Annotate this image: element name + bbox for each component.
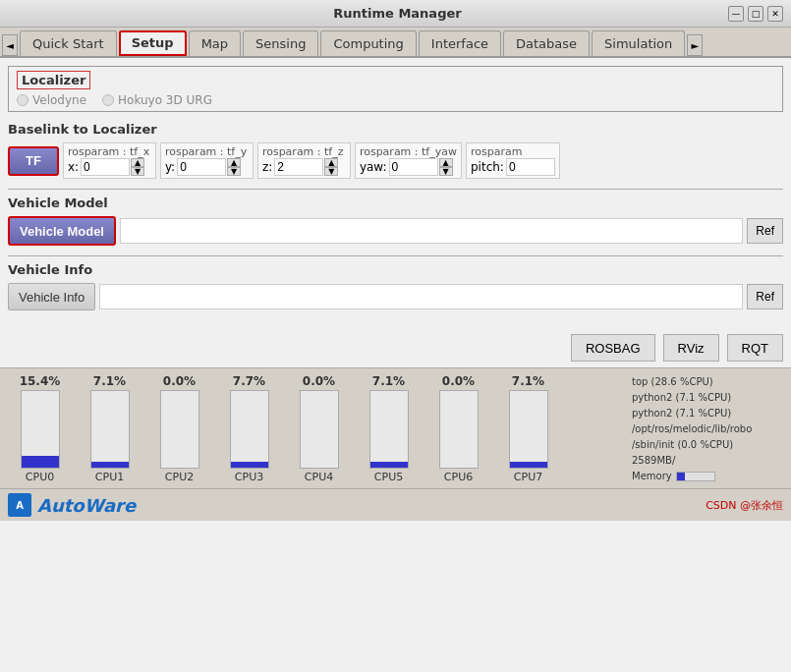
tab-quick-start[interactable]: Quick Start xyxy=(20,30,117,56)
radio-velodyne-circle xyxy=(17,94,28,106)
cpu-item-cpu6: 0.0%CPU6 xyxy=(426,374,490,484)
localizer-section: Localizer Velodyne Hokuyo 3D URG xyxy=(8,66,783,112)
tab-simulation[interactable]: Simulation xyxy=(592,30,685,56)
vehicle-info-title: Vehicle Info xyxy=(8,262,783,277)
autoware-text: AutoWare xyxy=(37,495,136,516)
param-axis-y: y: xyxy=(165,160,175,174)
param-input-pitch[interactable] xyxy=(506,158,555,176)
cpu-percent-cpu4: 0.0% xyxy=(303,374,335,388)
spin-down-yaw[interactable]: ▼ xyxy=(439,167,453,176)
memory-label2: Memory xyxy=(632,469,672,484)
vehicle-model-ref-button[interactable]: Ref xyxy=(747,218,783,244)
vehicle-info-ref-button[interactable]: Ref xyxy=(747,284,783,309)
vehicle-model-title: Vehicle Model xyxy=(8,196,783,210)
process-line-2: python2 (7.1 %CPU) xyxy=(632,390,783,406)
process-line-5: /sbin/init (0.0 %CPU) xyxy=(632,437,783,453)
autoware-icon: A xyxy=(8,493,31,517)
tab-nav-left[interactable]: ◄ xyxy=(2,34,18,56)
param-input-yaw[interactable] xyxy=(389,158,438,176)
cpu-percent-cpu5: 7.1% xyxy=(372,374,405,388)
cpu-bar-container-cpu7 xyxy=(509,390,548,469)
localizer-label: Localizer xyxy=(17,71,90,89)
cpu-item-cpu2: 0.0%CPU2 xyxy=(147,374,211,484)
cpu-bar-container-cpu0 xyxy=(21,390,60,469)
cpu-item-cpu1: 7.1%CPU1 xyxy=(78,374,141,484)
cpu-label-cpu7: CPU7 xyxy=(514,471,542,483)
cpu-bar-container-cpu5 xyxy=(369,390,409,469)
memory-fill xyxy=(677,473,685,480)
minimize-button[interactable]: — xyxy=(728,6,744,22)
rqt-button[interactable]: RQT xyxy=(727,334,783,362)
spin-down-z[interactable]: ▼ xyxy=(324,167,338,176)
window-controls: — □ ✕ xyxy=(728,6,783,22)
tab-database[interactable]: Database xyxy=(503,30,590,56)
param-box-yaw: rosparam : tf_yaw yaw: ▲ ▼ xyxy=(355,142,462,179)
cpu-percent-cpu0: 15.4% xyxy=(20,374,61,388)
cpu-bar-container-cpu1 xyxy=(90,390,130,469)
radio-velodyne[interactable]: Velodyne xyxy=(17,93,86,107)
rviz-button[interactable]: RViz xyxy=(663,334,719,362)
cpu-percent-cpu3: 7.7% xyxy=(233,374,265,388)
tab-map[interactable]: Map xyxy=(189,30,241,56)
radio-velodyne-label: Velodyne xyxy=(32,93,86,107)
spin-down-y[interactable]: ▼ xyxy=(227,167,241,176)
cpu-bar-fill-cpu5 xyxy=(370,462,408,468)
title-bar: Runtime Manager — □ ✕ xyxy=(0,0,791,28)
spin-yaw: ▲ ▼ xyxy=(439,158,453,176)
vehicle-info-row: Vehicle Info Ref xyxy=(8,283,783,310)
param-input-y[interactable] xyxy=(177,158,226,176)
spin-x: ▲ ▼ xyxy=(131,158,144,176)
spin-up-x[interactable]: ▲ xyxy=(131,158,144,167)
cpu-bar-fill-cpu1 xyxy=(91,462,129,468)
param-box-y: rosparam : tf_y y: ▲ ▼ xyxy=(160,142,254,179)
memory-row2: Memory xyxy=(632,469,783,484)
spin-up-z[interactable]: ▲ xyxy=(324,158,338,167)
spin-up-yaw[interactable]: ▲ xyxy=(439,158,453,167)
cpu-item-cpu5: 7.1%CPU5 xyxy=(357,374,421,484)
param-label-x: rosparam : tf_x xyxy=(68,145,151,158)
radio-hokuyo[interactable]: Hokuyo 3D URG xyxy=(102,93,212,107)
spin-up-y[interactable]: ▲ xyxy=(227,158,241,167)
divider-1 xyxy=(8,189,783,190)
param-input-z[interactable] xyxy=(274,158,323,176)
vehicle-info-button[interactable]: Vehicle Info xyxy=(8,283,95,310)
vehicle-info-input[interactable] xyxy=(99,284,743,309)
param-box-z: rosparam : tf_z z: ▲ ▼ xyxy=(257,142,351,179)
cpu-bar-container-cpu4 xyxy=(300,390,339,469)
tab-computing[interactable]: Computing xyxy=(320,30,416,56)
tab-interface[interactable]: Interface xyxy=(419,30,501,56)
cpu-label-cpu5: CPU5 xyxy=(374,471,403,483)
cpu-label-cpu1: CPU1 xyxy=(95,471,124,483)
param-label-y: rosparam : tf_y xyxy=(165,145,249,158)
tab-nav-right[interactable]: ► xyxy=(687,34,703,56)
vehicle-model-input[interactable] xyxy=(120,218,743,244)
param-axis-x: x: xyxy=(68,160,79,174)
param-input-x[interactable] xyxy=(81,158,130,176)
process-info: top (28.6 %CPU) python2 (7.1 %CPU) pytho… xyxy=(626,374,783,484)
vehicle-model-button[interactable]: Vehicle Model xyxy=(8,216,116,246)
param-axis-z: z: xyxy=(262,160,272,174)
rosbag-button[interactable]: ROSBAG xyxy=(571,334,655,362)
cpu-percent-cpu7: 7.1% xyxy=(512,374,544,388)
cpu-label-cpu2: CPU2 xyxy=(165,471,194,483)
tab-setup[interactable]: Setup xyxy=(119,30,187,56)
cpu-bar-container-cpu2 xyxy=(160,390,199,469)
maximize-button[interactable]: □ xyxy=(748,6,763,22)
divider-2 xyxy=(8,255,783,256)
tf-button[interactable]: TF xyxy=(8,146,59,176)
radio-hokuyo-circle xyxy=(102,94,114,106)
cpu-percent-cpu2: 0.0% xyxy=(163,374,196,388)
cpu-label-cpu6: CPU6 xyxy=(444,471,473,483)
close-button[interactable]: ✕ xyxy=(767,6,783,22)
main-content: Localizer Velodyne Hokuyo 3D URG Baselin… xyxy=(0,58,791,328)
baselink-row: TF rosparam : tf_x x: ▲ ▼ rosparam : tf_… xyxy=(8,142,783,179)
cpu-bars: 15.4%CPU07.1%CPU10.0%CPU27.7%CPU30.0%CPU… xyxy=(8,374,626,484)
vehicle-model-row: Vehicle Model Ref xyxy=(8,216,783,246)
cpu-item-cpu3: 7.7%CPU3 xyxy=(217,374,281,484)
cpu-percent-cpu1: 7.1% xyxy=(93,374,126,388)
param-box-x: rosparam : tf_x x: ▲ ▼ xyxy=(63,142,156,179)
tab-sensing[interactable]: Sensing xyxy=(243,30,318,56)
memory-bar xyxy=(676,472,715,481)
cpu-label-cpu4: CPU4 xyxy=(305,471,333,483)
spin-down-x[interactable]: ▼ xyxy=(131,167,144,176)
